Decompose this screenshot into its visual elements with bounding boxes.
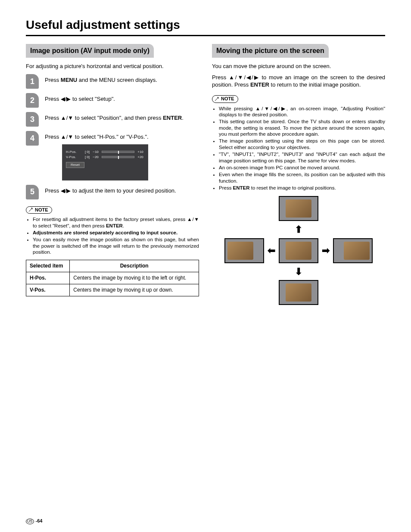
note-item: Adjustments are stored separately accord… <box>33 230 199 236</box>
step-badge: 1 <box>26 74 39 89</box>
screen-thumbnail-center <box>279 238 318 263</box>
table-header-row: Selected item Description <box>26 260 199 272</box>
note-item: While pressing ▲/▼/◀/▶, an on-screen ima… <box>219 106 385 118</box>
step-5: 5 Press ◀/▶ to adjust the item to your d… <box>26 185 199 199</box>
note-label: NOTE <box>26 206 52 214</box>
table-header: Selected item <box>26 260 70 272</box>
screen-thumbnail-top <box>279 196 318 221</box>
down-arrow-icon: ⬇ <box>295 266 302 278</box>
osd-vpos-row: V-Pos. [ 0] −20 +20 <box>66 155 144 159</box>
note-item: Even when the image fills the screen, it… <box>219 171 385 184</box>
lion-image-icon <box>344 242 370 260</box>
move-diagram: ⬆ ⬅ ➡ ⬇ <box>212 196 385 305</box>
step-3: 3 Press ▲/▼ to select "Position", and th… <box>26 112 199 127</box>
intro-text: For adjusting a picture's horizontal and… <box>26 63 199 70</box>
note-item: An on-screen image from PC cannot be mov… <box>219 165 385 171</box>
screen-thumbnail-left <box>224 238 264 263</box>
page-title: Useful adjustment settings <box>26 17 385 32</box>
table-cell: H-Pos. <box>26 272 70 284</box>
section-heading-moving-picture: Moving the picture on the screen <box>212 44 329 58</box>
note-item: "TV", "INPUT1", "INPUT2", "INPUT3" and "… <box>219 151 385 164</box>
table-row: H-Pos. Centers the image by moving it to… <box>26 272 199 284</box>
left-right-arrow-icon: ◀/▶ <box>61 96 71 102</box>
table-cell: Centers the image by moving it up or dow… <box>70 284 199 296</box>
note-list: While pressing ▲/▼/◀/▶, an on-screen ima… <box>212 106 385 191</box>
step-badge: 5 <box>26 185 39 199</box>
right-arrow-icon: ➡ <box>322 245 330 257</box>
note-icon <box>28 207 33 212</box>
left-right-arrow-icon: ◀/▶ <box>61 187 71 194</box>
step-text: Press ▲/▼ to select "Position", and then… <box>45 112 199 121</box>
all-arrows-icon: ▲/▼/◀/▶ <box>255 106 286 111</box>
note-item: For resetting all adjustment items to th… <box>33 216 199 229</box>
section-heading-image-position: Image position (AV input mode only) <box>26 44 154 58</box>
step-text: Press ◀/▶ to adjust the item to your des… <box>45 185 199 194</box>
step-badge: 3 <box>26 112 39 127</box>
step-2: 2 Press ◀/▶ to select "Setup". <box>26 93 199 108</box>
osd-position-panel: H-Pos. [ 0] −10 +10 V-Pos. [ 0] −20 +20 … <box>62 144 148 180</box>
up-down-arrow-icon: ▲/▼ <box>61 134 73 140</box>
screen-thumbnail-right <box>333 238 373 263</box>
osd-slider <box>102 156 134 158</box>
note-item: You can easily move the image position a… <box>33 236 199 255</box>
description-table: Selected item Description H-Pos. Centers… <box>26 260 199 296</box>
osd-reset-button: Reset <box>66 162 84 168</box>
note-label: NOTE <box>212 95 238 103</box>
table-cell: V-Pos. <box>26 284 70 296</box>
all-arrows-icon: ▲/▼/◀/▶ <box>229 74 259 81</box>
left-column: Image position (AV input mode only) For … <box>26 44 199 305</box>
step-text: Press ◀/▶ to select "Setup". <box>45 93 199 103</box>
note-item: The image position setting using the ste… <box>219 138 385 150</box>
table-cell: Centers the image by moving it to the le… <box>70 272 199 284</box>
osd-hpos-row: H-Pos. [ 0] −10 +10 <box>66 150 144 154</box>
lion-image-icon <box>286 199 311 218</box>
left-arrow-icon: ⬅ <box>268 245 275 257</box>
two-column-layout: Image position (AV input mode only) For … <box>26 44 385 305</box>
step-4: 4 Press ▲/▼ to select "H-Pos." or "V-Pos… <box>26 131 199 180</box>
step-text: Press ▲/▼ to select "H-Pos." or "V-Pos."… <box>45 131 199 180</box>
step-badge: 2 <box>26 93 39 108</box>
intro-text: You can move the picture around on the s… <box>212 63 385 70</box>
right-column: Moving the picture on the screen You can… <box>212 44 385 305</box>
diagram-middle-row: ⬅ ➡ <box>224 238 373 263</box>
lion-image-icon <box>286 283 311 302</box>
table-row: V-Pos. Centers the image by moving it up… <box>26 284 199 296</box>
up-down-arrow-icon: ▲/▼ <box>61 115 73 121</box>
up-arrow-icon: ⬆ <box>295 224 302 236</box>
lion-image-icon <box>227 242 253 260</box>
note-item: This setting cannot be stored. Once the … <box>219 118 385 137</box>
instruction-text: Press ▲/▼/◀/▶ to move an image on the sc… <box>212 74 385 88</box>
step-1: 1 Press MENU and the MENU screen display… <box>26 74 199 89</box>
title-rule <box>26 35 385 36</box>
up-down-arrow-icon: ▲/▼ <box>187 217 199 222</box>
note-icon <box>214 96 219 102</box>
step-text: Press MENU and the MENU screen displays. <box>45 74 199 84</box>
table-header: Description <box>70 260 199 272</box>
osd-slider <box>102 151 134 153</box>
note-item: Press ENTER to reset the image to origin… <box>219 185 385 191</box>
screen-thumbnail-bottom <box>279 280 318 305</box>
note-list: For resetting all adjustment items to th… <box>26 216 199 255</box>
lion-image-icon <box>286 242 311 260</box>
step-badge: 4 <box>26 131 39 146</box>
